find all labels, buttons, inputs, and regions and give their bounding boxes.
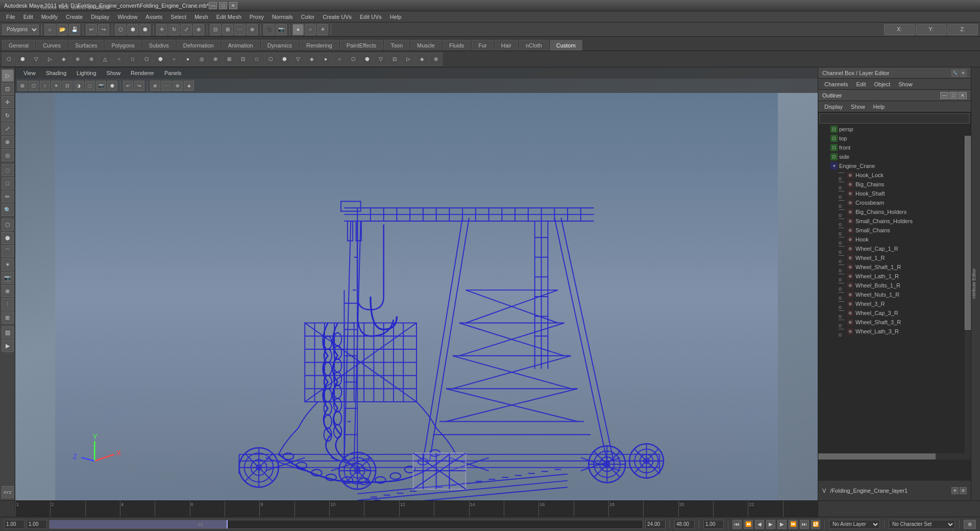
tree-item-front[interactable]: ⊡front (818, 143, 971, 152)
tb-render2[interactable]: 📷 (276, 24, 287, 35)
vp-tex[interactable]: ⊡ (62, 81, 72, 91)
outliner-search[interactable] (819, 113, 970, 124)
cb-tab-show[interactable]: Show (894, 80, 917, 88)
tab-surfaces[interactable]: Surfaces (68, 40, 104, 51)
close-button[interactable]: ✕ (229, 2, 237, 9)
create-nurbs[interactable]: ⬢ (2, 232, 14, 244)
shelf-btn-20[interactable]: ⬢ (278, 53, 291, 66)
tb-open[interactable]: 📂 (57, 24, 68, 35)
shelf-btn-15[interactable]: ⊕ (209, 53, 222, 66)
select-tool[interactable]: ▷ (2, 69, 14, 82)
cb-icon1[interactable]: 🔧 (951, 69, 959, 77)
vp-menu-lighting[interactable]: Lighting (72, 69, 101, 77)
out-menu-help[interactable]: Help (869, 103, 889, 111)
vp-menu-shading[interactable]: Shading (42, 69, 70, 77)
menu-item-window[interactable]: Window (113, 13, 141, 21)
shelf-btn-29[interactable]: ▷ (402, 53, 415, 66)
tab-rendering[interactable]: Rendering (300, 40, 339, 51)
alt-range-input[interactable] (674, 520, 695, 529)
maximize-button[interactable]: □ (219, 2, 227, 9)
outliner-scrollbar-thumb[interactable] (965, 136, 971, 330)
vp-camera[interactable]: 📷 (96, 81, 106, 91)
vp-snap-view[interactable]: ◈ (184, 81, 194, 91)
shelf-btn-13[interactable]: ● (181, 53, 194, 66)
tb-snap1[interactable]: ⊡ (210, 24, 221, 35)
menu-item-select[interactable]: Select (166, 13, 190, 21)
vp-menu-renderer[interactable]: Renderer (127, 69, 158, 77)
tab-fluids[interactable]: Fluids (443, 40, 471, 51)
ipr-render[interactable]: ▶ (2, 340, 14, 352)
tab-subdivs[interactable]: Subdivs (142, 40, 176, 51)
menu-item-normals[interactable]: Normals (268, 13, 297, 21)
frame-input[interactable] (703, 520, 724, 529)
tb-snap2[interactable]: ⊞ (222, 24, 233, 35)
vp-xray[interactable]: ◌ (85, 81, 95, 91)
tab-curves[interactable]: Curves (36, 40, 67, 51)
btn-loop[interactable]: 🔁 (811, 520, 820, 529)
tree-item-side[interactable]: ⊡side (818, 152, 971, 161)
menu-item-color[interactable]: Color (297, 13, 318, 21)
viewport-3d[interactable]: X Y Z (15, 93, 818, 500)
tb-rotate[interactable]: ↻ (168, 24, 180, 35)
brush-tool[interactable]: ✏ (2, 190, 14, 203)
start-frame-input[interactable] (4, 520, 24, 529)
tb-scale[interactable]: ⤢ (181, 24, 192, 35)
btn-prev-key[interactable]: ⏪ (744, 520, 753, 529)
tab-general[interactable]: General (2, 40, 35, 51)
menu-item-proxy[interactable]: Proxy (246, 13, 268, 21)
tb-view3[interactable]: ☀ (317, 24, 328, 35)
tb-snap4[interactable]: ⊗ (247, 24, 258, 35)
menu-item-edit uvs[interactable]: Edit UVs (356, 13, 386, 21)
shelf-btn-14[interactable]: ◎ (195, 53, 208, 66)
mode-select[interactable]: Polygons (2, 25, 39, 35)
char-set-select[interactable]: No Character Set (889, 520, 955, 529)
tb-select[interactable]: ⬡ (115, 24, 126, 35)
shelf-btn-24[interactable]: ○ (333, 53, 346, 66)
create-poly[interactable]: ⬡ (2, 219, 14, 231)
tab-fur[interactable]: Fur (472, 40, 494, 51)
vp-light[interactable]: ☀ (51, 81, 61, 91)
attr-editor-label[interactable]: Attribute Editor (971, 267, 976, 301)
menu-item-file[interactable]: File (2, 13, 19, 21)
vp-shadow[interactable]: ◑ (74, 81, 84, 91)
outliner-scrollbar[interactable] (965, 136, 971, 460)
shelf-btn-27[interactable]: ▽ (374, 53, 387, 66)
shelf-btn-10[interactable]: ⬡ (140, 53, 153, 66)
shelf-btn-0[interactable]: ⬡ (2, 53, 15, 66)
tb-view2[interactable]: ○ (305, 24, 316, 35)
vp-isolate[interactable]: ⬢ (107, 81, 117, 91)
menu-item-edit mesh[interactable]: Edit Mesh (212, 13, 246, 21)
shelf-btn-2[interactable]: ▽ (30, 53, 43, 66)
vp-snap-curve[interactable]: ⋯ (161, 81, 172, 91)
shelf-btn-23[interactable]: ● (319, 53, 332, 66)
cb-tab-object[interactable]: Object (870, 80, 894, 88)
render-region[interactable]: ▨ (2, 326, 14, 339)
menu-item-mesh[interactable]: Mesh (190, 13, 212, 21)
vp-redo[interactable]: ↪ (134, 81, 144, 91)
tb-view1[interactable]: ● (292, 24, 304, 35)
shelf-btn-9[interactable]: □ (126, 53, 139, 66)
marquee-tool[interactable]: □ (2, 177, 14, 189)
tab-animation[interactable]: Animation (222, 40, 260, 51)
shelf-btn-31[interactable]: ⊕ (429, 53, 443, 66)
vp-menu-panels[interactable]: Panels (160, 69, 186, 77)
tab-hair[interactable]: Hair (495, 40, 518, 51)
tab-painteffects[interactable]: PaintEffects (340, 40, 383, 51)
menu-item-edit[interactable]: Edit (19, 13, 37, 21)
vp-grid[interactable]: ⊞ (17, 81, 28, 91)
quick-zoom[interactable]: 🔍 (2, 204, 14, 216)
vp-wire[interactable]: ⬡ (29, 81, 39, 91)
shelf-btn-11[interactable]: ⬢ (154, 53, 167, 66)
create-light[interactable]: ☀ (2, 258, 14, 271)
shelf-btn-19[interactable]: ⬡ (264, 53, 277, 66)
shelf-btn-6[interactable]: ⊗ (85, 53, 98, 66)
shelf-btn-17[interactable]: ⊡ (236, 53, 250, 66)
shelf-btn-30[interactable]: ◈ (415, 53, 429, 66)
tb-manip[interactable]: ⊕ (193, 24, 204, 35)
shelf-btn-3[interactable]: ▷ (43, 53, 57, 66)
vp-snap-grid[interactable]: ⊕ (150, 81, 160, 91)
layer-icon1[interactable]: ⊕ (951, 487, 959, 494)
tb-lasso[interactable]: ⬢ (127, 24, 138, 35)
current-frame-input[interactable] (27, 520, 47, 529)
outliner-close[interactable]: ✕ (959, 92, 967, 99)
